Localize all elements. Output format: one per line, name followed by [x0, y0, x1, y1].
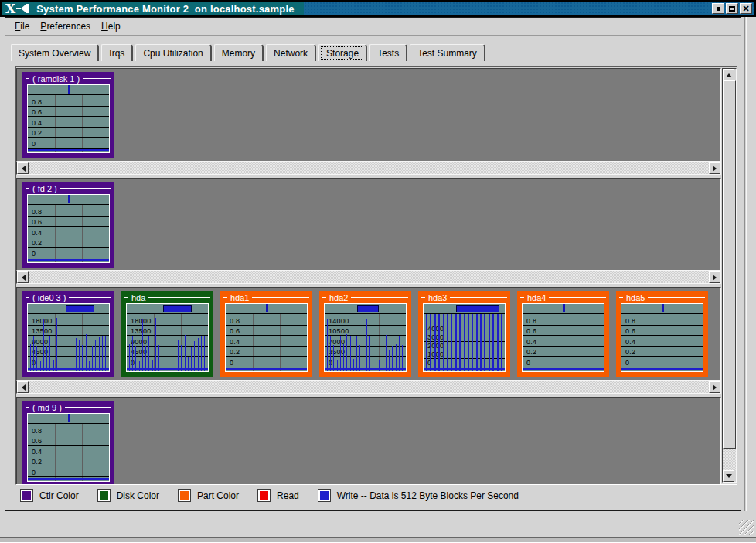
write-data-spike — [327, 319, 328, 371]
frame-corner-notch — [19, 538, 19, 542]
write-data-spike — [92, 346, 93, 371]
scroll-right-button[interactable] — [709, 381, 720, 393]
grid-hline — [28, 216, 109, 217]
tab-tests[interactable]: Tests — [369, 44, 407, 61]
chart-title-row: ( md 9 ) — [22, 401, 114, 413]
maximize-button[interactable] — [726, 3, 738, 14]
grid-hline — [28, 106, 109, 107]
grid-hline — [28, 226, 109, 227]
legend-item-ctlr: Ctlr Color — [21, 490, 79, 501]
grid-hline — [325, 325, 406, 326]
menu-help[interactable]: Help — [96, 19, 126, 33]
write-data-spike — [145, 346, 146, 371]
chart-position-indicator — [28, 85, 109, 95]
write-data-spike — [89, 361, 90, 371]
chart-plot: 1800013500900045000 — [126, 303, 209, 372]
scroll-down-button[interactable] — [723, 470, 734, 482]
chart-panel-hda4: hda40.80.60.40.20 — [517, 291, 609, 377]
horizontal-scrollbar[interactable] — [16, 271, 721, 284]
tab-test-summary[interactable]: Test Summary — [410, 44, 485, 61]
window-titlebar[interactable]: X System Performance Monitor 2 on localh… — [0, 0, 756, 17]
position-range — [357, 305, 379, 312]
chart-position-indicator — [28, 414, 109, 424]
y-axis-label: 0.4 — [32, 230, 42, 237]
write-data-spike — [402, 345, 403, 371]
grid-hline — [28, 476, 109, 477]
resize-grip-icon[interactable] — [739, 520, 754, 535]
scroll-left-button[interactable] — [17, 381, 29, 393]
tab-cpu-utilization[interactable]: Cpu Utilization — [135, 44, 211, 61]
grid-hline — [226, 367, 307, 367]
vertical-scrollbar[interactable] — [722, 68, 737, 483]
write-data-spike — [383, 345, 383, 371]
tab-memory[interactable]: Memory — [214, 44, 264, 61]
menu-preferences[interactable]: Preferences — [35, 19, 96, 33]
chart-position-indicator — [424, 304, 505, 314]
y-axis-label: 0.2 — [32, 459, 42, 466]
grid-hline — [523, 325, 604, 326]
scroll-left-button[interactable] — [17, 272, 29, 283]
write-data-spike — [40, 361, 41, 371]
scroll-right-button[interactable] — [709, 162, 720, 174]
arrow-left-icon — [19, 166, 26, 172]
chart-position-indicator — [523, 304, 604, 314]
y-axis-label: 13500 — [32, 328, 53, 335]
position-tick — [68, 85, 70, 94]
write-data-spike — [155, 318, 156, 371]
grid-vline — [55, 314, 56, 371]
write-data-spike — [82, 345, 83, 371]
grid-vline — [280, 314, 281, 371]
menu-file[interactable]: File — [9, 19, 35, 33]
horizontal-scrollbar[interactable] — [16, 381, 721, 394]
grid-hline — [523, 346, 604, 347]
minimize-button[interactable] — [712, 3, 724, 14]
write-data-spike — [158, 345, 159, 371]
scroll-right-button[interactable] — [709, 272, 720, 283]
scroll-left-button[interactable] — [17, 162, 29, 174]
vertical-scrollbar-track[interactable] — [723, 449, 736, 470]
grid-hline — [28, 237, 109, 237]
tab-system-overview[interactable]: System Overview — [11, 44, 99, 61]
tab-irqs[interactable]: Irqs — [101, 44, 133, 61]
position-tick — [662, 304, 664, 312]
vertical-scrollbar-thumb[interactable] — [723, 80, 736, 449]
chart-row-viewport: ( md 9 )0.80.60.40.20 — [16, 397, 721, 484]
write-data-spike — [340, 336, 341, 371]
y-axis-label: 14000 — [329, 318, 349, 325]
chart-title: ( md 9 ) — [32, 403, 62, 412]
write-data-spike — [194, 341, 195, 371]
chart-row-viewport: ( fd 2 )0.80.60.40.20 — [16, 178, 721, 271]
chart-position-indicator — [325, 304, 406, 314]
y-axis-label: 0 — [526, 360, 530, 367]
write-data-spike — [447, 314, 448, 371]
zero-data-line — [621, 368, 703, 370]
y-axis-label: 0 — [32, 141, 36, 148]
y-axis-label: 0.2 — [526, 349, 536, 356]
write-data-spike — [60, 345, 60, 371]
grid-hline — [28, 127, 109, 128]
close-button[interactable]: ✕ — [740, 3, 752, 14]
position-range — [163, 305, 192, 312]
write-data-spike — [53, 360, 54, 371]
chart-title-row: hda4 — [517, 292, 609, 303]
write-data-spike — [95, 340, 96, 371]
write-data-spike — [198, 338, 199, 371]
window-pin-icon — [16, 4, 29, 13]
grid-hline — [127, 335, 208, 336]
chart-plot: 1800013500900045000 — [27, 303, 110, 372]
tab-storage[interactable]: Storage — [318, 44, 367, 61]
tab-network[interactable]: Network — [266, 44, 316, 61]
scroll-up-button[interactable] — [723, 69, 734, 80]
chart-position-indicator — [226, 304, 307, 314]
grid-hline — [28, 456, 109, 456]
legend-swatch — [98, 490, 110, 501]
legend-label: Write -- Data is 512 Byte Blocks Per Sec… — [337, 490, 519, 501]
write-data-spike — [379, 360, 380, 371]
window-frame-bottom[interactable] — [0, 537, 756, 543]
chart-plot: 0.80.60.40.20 — [27, 413, 110, 482]
chart-grid: 0.80.60.40.20 — [621, 314, 703, 371]
horizontal-scrollbar[interactable] — [16, 162, 721, 175]
chart-panel-fd-2: ( fd 2 )0.80.60.40.20 — [22, 182, 114, 268]
grid-hline — [226, 335, 307, 336]
y-axis-label: 0.6 — [32, 438, 42, 445]
